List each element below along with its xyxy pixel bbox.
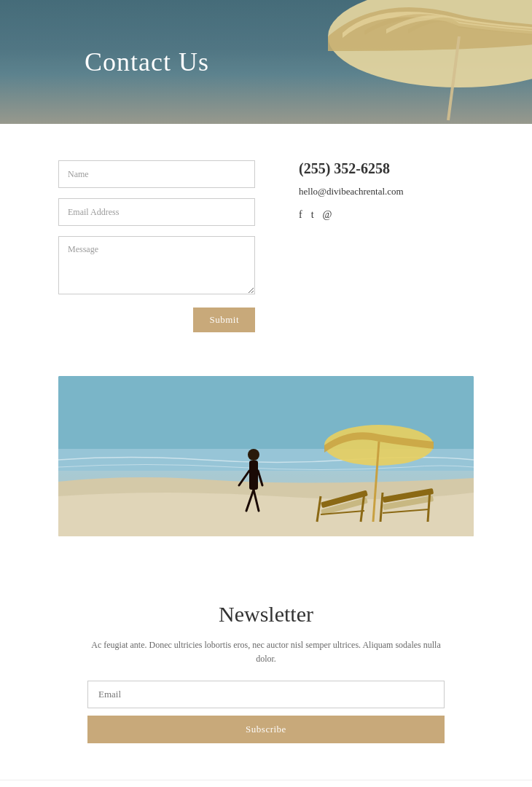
svg-rect-5 — [249, 461, 258, 490]
contact-section: Submit (255) 352-6258 hello@divibeachren… — [0, 124, 532, 361]
page-title: Contact Us — [85, 47, 209, 77]
twitter-icon[interactable]: t — [311, 209, 314, 221]
social-links: f t @ — [299, 209, 474, 221]
name-input[interactable] — [58, 160, 255, 188]
beach-image-section — [0, 361, 532, 565]
contact-phone: (255) 352-6258 — [299, 160, 474, 177]
contact-info: (255) 352-6258 hello@divibeachrental.com… — [299, 160, 474, 332]
newsletter-section: Newsletter Ac feugiat ante. Donec ultric… — [0, 565, 532, 780]
subscribe-button[interactable]: Subscribe — [87, 716, 445, 743]
contact-email: hello@divibeachrental.com — [299, 186, 474, 197]
svg-point-4 — [248, 449, 259, 461]
newsletter-email-input[interactable] — [87, 681, 445, 708]
footer: ABOUT DIVI RENTAL 1234 Divi St. #1000, S… — [0, 780, 532, 787]
facebook-icon[interactable]: f — [299, 209, 302, 221]
message-input[interactable] — [58, 236, 255, 294]
beach-image — [58, 376, 474, 536]
newsletter-body: Ac feugiat ante. Donec ultricies loborti… — [87, 638, 445, 666]
instagram-icon[interactable]: @ — [323, 209, 332, 221]
hero-umbrella-graphic — [226, 0, 532, 124]
email-input[interactable] — [58, 198, 255, 226]
newsletter-title: Newsletter — [87, 602, 445, 627]
hero-section: Contact Us — [0, 0, 532, 124]
contact-form: Submit — [58, 160, 255, 332]
submit-button[interactable]: Submit — [193, 308, 255, 332]
